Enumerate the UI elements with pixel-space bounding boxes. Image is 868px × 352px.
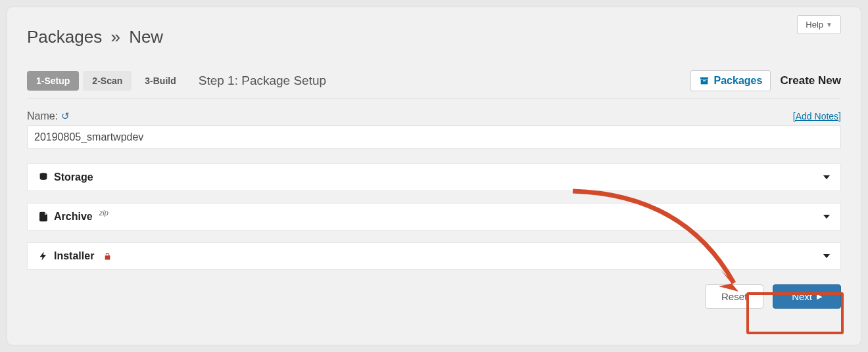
section-archive[interactable]: Archive zip xyxy=(27,203,841,231)
name-label: Name: xyxy=(27,110,58,122)
next-button[interactable]: Next ▶ xyxy=(773,284,841,309)
reset-button[interactable]: Reset xyxy=(705,284,763,309)
step-caption: Step 1: Package Setup xyxy=(199,74,326,88)
section-storage-left: Storage xyxy=(38,171,93,183)
svg-rect-1 xyxy=(700,79,708,84)
steps-and-label: 1-Setup 2-Scan 3-Build Step 1: Package S… xyxy=(27,71,326,91)
installer-label: Installer xyxy=(54,250,94,262)
name-row: Name: ↺ [Add Notes] xyxy=(27,110,841,122)
help-button[interactable]: Help ▼ xyxy=(797,15,841,34)
step-tab-build[interactable]: 3-Build xyxy=(135,71,185,91)
section-installer-left: Installer xyxy=(38,250,112,262)
next-label: Next xyxy=(792,291,812,302)
storage-label: Storage xyxy=(54,171,93,183)
svg-rect-2 xyxy=(703,80,706,81)
name-label-group: Name: ↺ xyxy=(27,110,70,122)
archive-label: Archive xyxy=(54,211,93,223)
bolt-icon xyxy=(38,251,49,261)
breadcrumb-separator: » xyxy=(110,27,120,47)
header-right: Packages Create New xyxy=(690,70,841,91)
title-prefix: Packages xyxy=(27,27,102,47)
archive-box-icon xyxy=(699,76,710,86)
page-wrapper: Help ▼ Packages » New 1-Setup 2-Scan 3-B… xyxy=(7,7,861,345)
steps: 1-Setup 2-Scan 3-Build xyxy=(27,71,185,91)
lock-open-icon xyxy=(103,252,112,261)
footer-buttons: Reset Next ▶ xyxy=(27,284,841,309)
section-installer[interactable]: Installer xyxy=(27,242,841,270)
packages-label: Packages xyxy=(714,75,763,87)
packages-button[interactable]: Packages xyxy=(690,70,771,91)
chevron-down-icon: ▼ xyxy=(826,21,832,28)
section-storage[interactable]: Storage xyxy=(27,164,841,191)
chevron-down-icon xyxy=(823,254,830,258)
step-tab-scan[interactable]: 2-Scan xyxy=(83,71,132,91)
package-name-input[interactable] xyxy=(27,125,841,149)
refresh-icon[interactable]: ↺ xyxy=(61,110,70,122)
chevron-down-icon xyxy=(823,175,830,179)
step-tab-setup[interactable]: 1-Setup xyxy=(27,71,79,91)
title-suffix: New xyxy=(129,27,163,47)
chevron-down-icon xyxy=(823,215,830,219)
archive-sup: zip xyxy=(99,209,108,217)
play-icon: ▶ xyxy=(817,292,822,301)
add-notes-link[interactable]: [Add Notes] xyxy=(793,111,841,121)
help-label: Help xyxy=(806,20,823,30)
file-archive-icon xyxy=(38,211,49,222)
section-archive-left: Archive zip xyxy=(38,211,108,223)
svg-rect-0 xyxy=(700,77,708,79)
header-row: 1-Setup 2-Scan 3-Build Step 1: Package S… xyxy=(27,70,841,99)
create-new-label: Create New xyxy=(780,74,841,87)
page-title: Packages » New xyxy=(27,27,841,47)
database-icon xyxy=(38,172,49,183)
